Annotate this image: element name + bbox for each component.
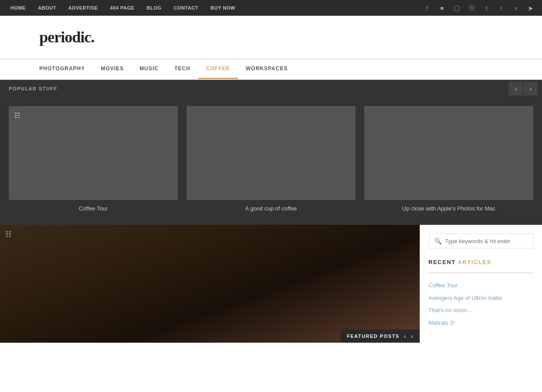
featured-label: FEATURED POSTS ‹ › — [341, 330, 420, 343]
nav-links: HOME ABOUT ADVERTISE 404 PAGE BLOG CONTA… — [4, 0, 421, 16]
instagram-icon[interactable]: ◯ — [450, 0, 463, 16]
recent-title-black: RECENT — [428, 259, 456, 265]
nav-404[interactable]: 404 PAGE — [104, 0, 141, 16]
top-navigation: HOME ABOUT ADVERTISE 404 PAGE BLOG CONTA… — [0, 0, 542, 16]
popular-post-3[interactable]: Up close with Apple's Photos for Mac — [360, 106, 538, 212]
site-logo[interactable]: periodic. — [39, 28, 503, 46]
youtube-icon[interactable]: ▶ — [525, 0, 538, 16]
search-box[interactable]: 🔍 — [428, 234, 533, 248]
popular-post-3-thumb — [364, 106, 533, 200]
flickr-icon[interactable]: ■ — [435, 0, 449, 16]
nav-contact[interactable]: CONTACT — [168, 0, 204, 16]
nav-buynow[interactable]: BUY NOW — [204, 0, 241, 16]
popular-post-2[interactable]: A good cup of coffee — [182, 106, 360, 212]
recent-divider — [428, 272, 533, 273]
recent-article-2: Avengers Age of Ultron trailer — [428, 292, 533, 305]
recent-article-3-link[interactable]: That's no moon… — [428, 304, 533, 317]
pinterest-icon[interactable]: Ⓧ — [465, 0, 478, 16]
cat-movies[interactable]: MOVIES — [93, 59, 132, 79]
recent-article-3: That's no moon… — [428, 304, 533, 317]
featured-post[interactable]: ☷ FEATURED POSTS ‹ › — [0, 225, 420, 343]
popular-post-1-thumb: ☷ — [9, 106, 178, 200]
popular-bar: POPULAR STUFF ‹ › — [0, 80, 542, 97]
recent-article-1-link[interactable]: Coffee Tour — [428, 279, 533, 292]
recent-article-4-link[interactable]: Mallrats 2! — [428, 317, 533, 330]
recent-article-1: Coffee Tour — [428, 279, 533, 292]
featured-thumbnail — [0, 225, 420, 343]
category-navigation: PHOTOGRAPHY MOVIES MUSIC TECH COFFEE WOR… — [0, 58, 542, 80]
nav-advertise[interactable]: ADVERTISE — [62, 0, 104, 16]
grid-icon-featured: ☷ — [5, 230, 11, 238]
nav-blog[interactable]: BLOG — [141, 0, 168, 16]
popular-post-2-caption: A good cup of coffee — [186, 205, 356, 212]
recent-articles-heading: RECENT ARTICLES — [428, 259, 533, 265]
social-icons: f ■ ◯ Ⓧ t 𝕣 v ▶ — [421, 0, 538, 16]
search-input[interactable] — [445, 238, 528, 244]
recent-article-4: Mallrats 2! — [428, 317, 533, 330]
sidebar: 🔍 RECENT ARTICLES Coffee Tour Avengers A… — [420, 225, 542, 343]
cat-workspaces[interactable]: WORKSPACES — [238, 59, 296, 79]
logo-area: periodic. — [0, 16, 542, 58]
popular-prev-button[interactable]: ‹ — [509, 82, 523, 96]
recent-articles-list: Coffee Tour Avengers Age of Ultron trail… — [428, 279, 533, 329]
featured-area: ☷ FEATURED POSTS ‹ › — [0, 225, 420, 343]
popular-post-2-thumb — [186, 106, 356, 200]
popular-post-1-caption: Coffee Tour — [9, 205, 178, 212]
vimeo-icon[interactable]: v — [510, 0, 523, 16]
cat-tech[interactable]: TECH — [166, 59, 198, 79]
popular-label: POPULAR STUFF — [9, 86, 58, 91]
tumblr-icon[interactable]: t — [480, 0, 493, 16]
recent-article-2-link[interactable]: Avengers Age of Ultron trailer — [428, 292, 533, 305]
recent-title-accent: ARTICLES — [458, 259, 491, 265]
popular-posts-grid: ☷ Coffee Tour A good cup of coffee Up cl… — [0, 97, 542, 225]
nav-about[interactable]: ABOUT — [32, 0, 62, 16]
featured-prev-button[interactable]: ‹ — [404, 333, 407, 340]
popular-next-button[interactable]: › — [524, 82, 538, 96]
twitter-icon[interactable]: 𝕣 — [495, 0, 508, 16]
featured-label-text: FEATURED POSTS — [347, 334, 399, 339]
cat-coffee[interactable]: COFFEE — [198, 59, 238, 79]
popular-post-3-caption: Up close with Apple's Photos for Mac — [364, 205, 533, 212]
cat-photography[interactable]: PHOTOGRAPHY — [39, 59, 93, 79]
popular-arrows: ‹ › — [509, 82, 538, 96]
popular-post-1[interactable]: ☷ Coffee Tour — [4, 106, 182, 212]
nav-home[interactable]: HOME — [4, 0, 32, 16]
main-content: ☷ FEATURED POSTS ‹ › 🔍 RECENT ARTICLES C… — [0, 225, 542, 343]
featured-next-button[interactable]: › — [411, 333, 414, 340]
cat-music[interactable]: MUSIC — [131, 59, 166, 79]
search-icon: 🔍 — [434, 237, 442, 244]
facebook-icon[interactable]: f — [421, 0, 434, 16]
grid-icon-1: ☷ — [14, 111, 20, 120]
